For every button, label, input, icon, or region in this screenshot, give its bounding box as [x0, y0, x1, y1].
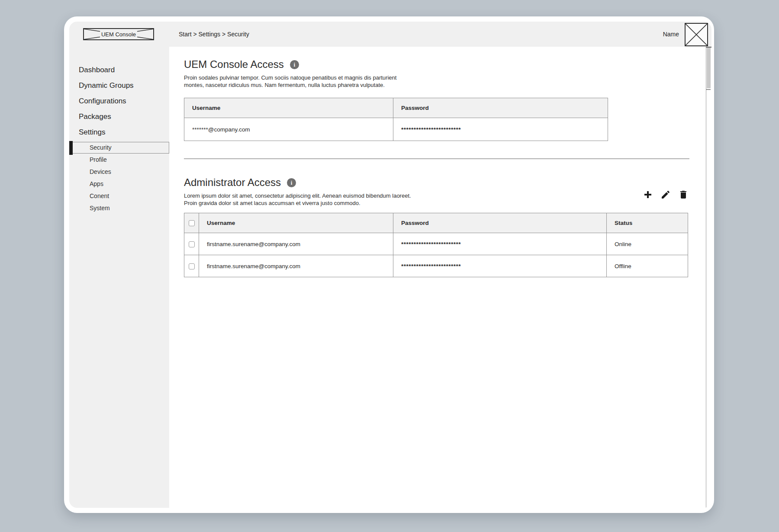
- password-cell: ************************: [393, 118, 608, 141]
- row-checkbox[interactable]: [189, 263, 195, 269]
- sidebar-item-profile[interactable]: Profile: [69, 154, 169, 166]
- description-line: Lorem ipsum dolor sit amet, consectetur …: [184, 192, 711, 199]
- app-window: UEM Console Start > Settings > Security …: [64, 16, 714, 513]
- column-header-username: Username: [184, 98, 393, 118]
- table-header-row: Username Password Status: [184, 213, 688, 233]
- edit-button[interactable]: [660, 189, 671, 200]
- logo-label: UEM Console: [100, 31, 137, 38]
- app-panel: UEM Console Start > Settings > Security …: [69, 22, 711, 508]
- admin-access-title-row: Administrator Access i: [184, 176, 711, 189]
- vertical-scrollbar[interactable]: [706, 47, 711, 508]
- password-cell: ************************: [393, 233, 607, 255]
- top-bar: UEM Console Start > Settings > Security …: [69, 22, 711, 47]
- admin-access-table: Username Password Status firstname.suren…: [184, 213, 688, 277]
- row-select-cell: [184, 233, 199, 255]
- sidebar-item-configurations[interactable]: Configurations: [69, 93, 169, 109]
- row-checkbox[interactable]: [189, 241, 195, 247]
- console-access-table: Username Password *******@company.com **…: [184, 98, 608, 141]
- breadcrumb[interactable]: Start > Settings > Security: [179, 31, 249, 38]
- delete-button[interactable]: [678, 189, 689, 200]
- sidebar-item-system[interactable]: System: [69, 202, 169, 214]
- column-header-username: Username: [199, 213, 393, 233]
- username-cell: firstname.surename@company.com: [199, 255, 393, 277]
- desktop-background: { "window": { "logo_text": "UEM Console"…: [0, 0, 779, 532]
- console-access-title-row: UEM Console Access i: [184, 58, 711, 71]
- scrollbar-bottom-mark: [706, 89, 711, 90]
- pencil-icon: [660, 189, 671, 200]
- sidebar-main-nav: Dashboard Dynamic Groups Configurations …: [69, 62, 169, 140]
- password-cell: ************************: [393, 255, 607, 277]
- table-header-row: Username Password: [184, 98, 608, 118]
- sidebar-item-dashboard[interactable]: Dashboard: [69, 62, 169, 78]
- sidebar-item-security[interactable]: Security: [71, 142, 169, 154]
- sidebar-settings-subnav: Security Profile Devices Apps Conent Sys…: [69, 142, 169, 214]
- column-header-password: Password: [393, 213, 607, 233]
- column-header-password: Password: [393, 98, 608, 118]
- description-line: Proin gravida dolor sit amet lacus accum…: [184, 199, 711, 207]
- avatar-placeholder-x-icon: [686, 24, 707, 45]
- select-all-cell: [184, 213, 199, 233]
- sidebar-item-packages[interactable]: Packages: [69, 109, 169, 125]
- window-body: Dashboard Dynamic Groups Configurations …: [69, 47, 711, 508]
- admin-access-description: Lorem ipsum dolor sit amet, consectetur …: [184, 192, 711, 207]
- trash-icon: [678, 189, 689, 200]
- sidebar-item-apps[interactable]: Apps: [69, 178, 169, 190]
- status-cell: Offline: [607, 255, 688, 277]
- sidebar-item-devices[interactable]: Devices: [69, 166, 169, 178]
- user-name-label: Name: [663, 31, 679, 38]
- status-cell: Online: [607, 233, 688, 255]
- sidebar-item-dynamic-groups[interactable]: Dynamic Groups: [69, 78, 169, 93]
- section-title: Administrator Access: [184, 176, 281, 189]
- sidebar-item-conent[interactable]: Conent: [69, 190, 169, 202]
- description-line: Proin sodales pulvinar tempor. Cum socii…: [184, 74, 711, 81]
- info-icon[interactable]: i: [290, 60, 299, 69]
- select-all-checkbox[interactable]: [189, 220, 195, 226]
- description-line: montes, nascetur ridiculus mus. Nam ferm…: [184, 81, 711, 89]
- add-button[interactable]: [643, 189, 653, 200]
- table-row: firstname.surename@company.com *********…: [184, 255, 688, 277]
- plus-icon: [643, 189, 653, 200]
- sidebar-item-settings[interactable]: Settings: [69, 125, 169, 140]
- table-row: firstname.surename@company.com *********…: [184, 233, 688, 255]
- section-divider: [184, 158, 689, 159]
- sidebar: Dashboard Dynamic Groups Configurations …: [69, 47, 169, 508]
- active-item-indicator: [69, 141, 73, 155]
- table-row: *******@company.com ********************…: [184, 118, 608, 141]
- admin-table-actions: [643, 189, 689, 200]
- info-icon[interactable]: i: [287, 178, 296, 187]
- console-access-description: Proin sodales pulvinar tempor. Cum socii…: [184, 74, 711, 89]
- app-logo[interactable]: UEM Console: [83, 28, 154, 40]
- avatar[interactable]: [685, 23, 708, 46]
- row-select-cell: [184, 255, 199, 277]
- column-header-status: Status: [607, 213, 688, 233]
- username-cell: firstname.surename@company.com: [199, 233, 393, 255]
- main-content: UEM Console Access i Proin sodales pulvi…: [169, 47, 711, 508]
- username-cell: *******@company.com: [184, 118, 393, 141]
- scrollbar-thumb[interactable]: [707, 48, 711, 88]
- page-title: UEM Console Access: [184, 58, 284, 71]
